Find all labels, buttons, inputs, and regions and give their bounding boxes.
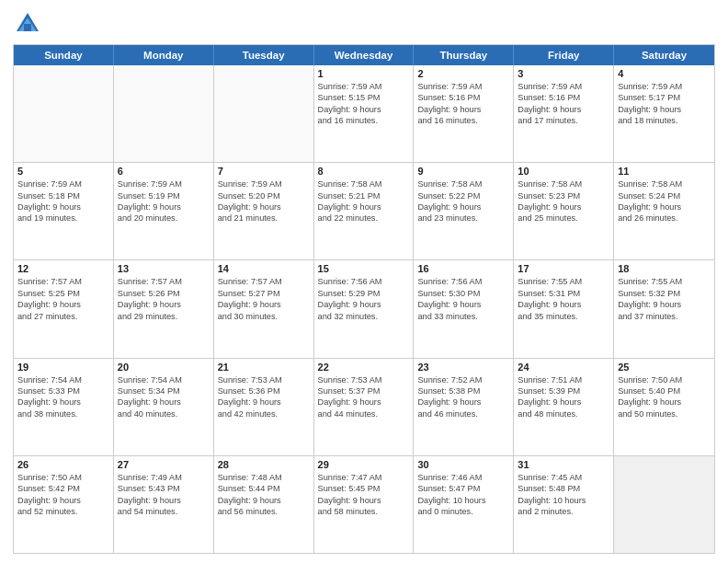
cell-info-line: Sunset: 5:20 PM: [218, 190, 310, 201]
weekday-header-friday: Friday: [514, 45, 614, 65]
day-number: 2: [417, 68, 509, 79]
weekday-header-tuesday: Tuesday: [214, 45, 314, 65]
cell-info-line: Daylight: 9 hours: [17, 495, 109, 506]
cell-info-line: Daylight: 9 hours: [318, 495, 410, 506]
cell-info-line: Sunset: 5:33 PM: [17, 385, 109, 396]
day-number: 13: [118, 263, 210, 274]
cell-info-line: Sunset: 5:26 PM: [118, 288, 210, 299]
cell-info-line: Sunrise: 7:47 AM: [318, 472, 410, 483]
cell-info-line: Sunrise: 7:57 AM: [17, 276, 109, 287]
cell-info-line: and 23 minutes.: [417, 213, 509, 224]
cell-info-line: Sunset: 5:18 PM: [17, 190, 109, 201]
day-cell-23: 23Sunrise: 7:52 AMSunset: 5:38 PMDayligh…: [414, 359, 514, 455]
day-number: 18: [618, 263, 711, 274]
cell-info-line: Sunset: 5:27 PM: [218, 288, 310, 299]
cell-info-line: and 32 minutes.: [318, 311, 410, 322]
day-cell-1: 1Sunrise: 7:59 AMSunset: 5:15 PMDaylight…: [314, 65, 415, 162]
cell-info-line: Sunrise: 7:58 AM: [518, 178, 609, 190]
calendar-row-1: 1Sunrise: 7:59 AMSunset: 5:15 PMDaylight…: [14, 65, 714, 162]
day-number: 22: [318, 362, 410, 373]
day-number: 27: [118, 459, 210, 470]
day-cell-18: 18Sunrise: 7:55 AMSunset: 5:32 PMDayligh…: [614, 260, 714, 357]
cell-info-line: and 48 minutes.: [518, 408, 609, 419]
day-number: 25: [618, 362, 711, 373]
cell-info-line: and 50 minutes.: [618, 408, 711, 419]
day-number: 9: [417, 166, 509, 177]
cell-info-line: Sunrise: 7:59 AM: [17, 178, 109, 190]
cell-info-line: Sunrise: 7:56 AM: [318, 276, 410, 287]
cell-info-line: Sunset: 5:19 PM: [118, 190, 210, 201]
cell-info-line: Sunrise: 7:46 AM: [417, 472, 509, 483]
cell-info-line: Sunset: 5:31 PM: [518, 288, 609, 299]
cell-info-line: Sunrise: 7:56 AM: [417, 276, 509, 287]
day-number: 31: [518, 459, 609, 470]
day-number: 14: [218, 263, 310, 274]
day-cell-30: 30Sunrise: 7:46 AMSunset: 5:47 PMDayligh…: [414, 456, 514, 553]
cell-info-line: Sunset: 5:37 PM: [318, 385, 410, 396]
weekday-header-sunday: Sunday: [14, 45, 114, 65]
cell-info-line: and 52 minutes.: [17, 506, 109, 517]
empty-cell-4-6: [614, 456, 714, 553]
cell-info-line: Sunset: 5:34 PM: [118, 385, 210, 396]
cell-info-line: Sunrise: 7:48 AM: [218, 472, 310, 483]
cell-info-line: Daylight: 9 hours: [218, 299, 310, 310]
cell-info-line: Sunset: 5:42 PM: [17, 483, 109, 494]
cell-info-line: Daylight: 9 hours: [417, 104, 509, 115]
day-number: 12: [17, 263, 109, 274]
cell-info-line: and 56 minutes.: [218, 506, 310, 517]
cell-info-line: Daylight: 9 hours: [118, 299, 210, 310]
day-number: 15: [318, 263, 410, 274]
cell-info-line: Sunset: 5:30 PM: [417, 288, 509, 299]
cell-info-line: and 2 minutes.: [518, 506, 609, 517]
cell-info-line: and 20 minutes.: [118, 213, 210, 224]
cell-info-line: and 54 minutes.: [118, 506, 210, 517]
cell-info-line: and 42 minutes.: [218, 408, 310, 419]
cell-info-line: Daylight: 9 hours: [318, 104, 410, 115]
day-number: 7: [218, 166, 310, 177]
cell-info-line: Daylight: 9 hours: [518, 104, 609, 115]
day-number: 4: [618, 68, 711, 79]
cell-info-line: Daylight: 9 hours: [17, 201, 109, 213]
weekday-header-monday: Monday: [114, 45, 214, 65]
cell-info-line: Daylight: 9 hours: [518, 201, 609, 213]
cell-info-line: Daylight: 9 hours: [417, 201, 509, 213]
cell-info-line: and 40 minutes.: [118, 408, 210, 419]
cell-info-line: Daylight: 9 hours: [118, 396, 210, 408]
day-cell-4: 4Sunrise: 7:59 AMSunset: 5:17 PMDaylight…: [614, 65, 714, 162]
cell-info-line: and 26 minutes.: [618, 213, 711, 224]
day-number: 5: [17, 166, 109, 177]
cell-info-line: and 16 minutes.: [318, 115, 410, 126]
cell-info-line: Daylight: 10 hours: [518, 495, 609, 506]
cell-info-line: Sunrise: 7:58 AM: [417, 178, 509, 190]
cell-info-line: Sunset: 5:36 PM: [218, 385, 310, 396]
day-cell-6: 6Sunrise: 7:59 AMSunset: 5:19 PMDaylight…: [114, 163, 214, 259]
cell-info-line: and 30 minutes.: [218, 311, 310, 322]
day-number: 26: [17, 459, 109, 470]
day-number: 30: [417, 459, 509, 470]
cell-info-line: Sunset: 5:22 PM: [417, 190, 509, 201]
day-number: 21: [218, 362, 310, 373]
cell-info-line: Sunrise: 7:52 AM: [417, 374, 509, 385]
cell-info-line: Sunset: 5:29 PM: [318, 288, 410, 299]
day-cell-8: 8Sunrise: 7:58 AMSunset: 5:21 PMDaylight…: [314, 163, 415, 259]
cell-info-line: Daylight: 9 hours: [318, 201, 410, 213]
svg-rect-2: [24, 24, 31, 31]
cell-info-line: Sunrise: 7:59 AM: [118, 178, 210, 190]
cell-info-line: Sunrise: 7:51 AM: [518, 374, 609, 385]
cell-info-line: and 27 minutes.: [17, 311, 109, 322]
day-cell-14: 14Sunrise: 7:57 AMSunset: 5:27 PMDayligh…: [214, 260, 314, 357]
cell-info-line: Daylight: 9 hours: [518, 396, 609, 408]
day-number: 11: [618, 166, 711, 177]
cell-info-line: Daylight: 10 hours: [417, 495, 509, 506]
cell-info-line: Daylight: 9 hours: [518, 299, 609, 310]
cell-info-line: Sunrise: 7:50 AM: [618, 374, 711, 385]
day-number: 16: [417, 263, 509, 274]
day-number: 1: [318, 68, 410, 79]
cell-info-line: and 44 minutes.: [318, 408, 410, 419]
cell-info-line: and 18 minutes.: [618, 115, 711, 126]
cell-info-line: and 21 minutes.: [218, 213, 310, 224]
cell-info-line: Sunset: 5:16 PM: [417, 92, 509, 103]
cell-info-line: Sunrise: 7:57 AM: [218, 276, 310, 287]
day-cell-11: 11Sunrise: 7:58 AMSunset: 5:24 PMDayligh…: [614, 163, 714, 259]
empty-cell-0-1: [114, 65, 214, 162]
